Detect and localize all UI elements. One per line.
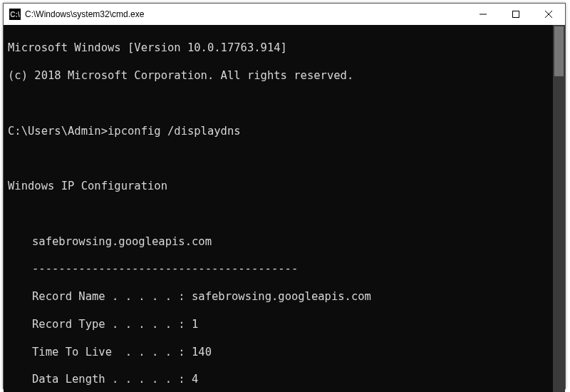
blank-line xyxy=(8,207,553,221)
dns-field: Data Length . . . . . : 4 xyxy=(32,373,553,386)
maximize-button[interactable] xyxy=(499,4,532,25)
client-area: Microsoft Windows [Version 10.0.17763.91… xyxy=(4,25,565,392)
minimize-button[interactable] xyxy=(467,4,499,25)
cmd-window: C:\ C:\Windows\system32\cmd.exe Microsof… xyxy=(3,3,566,389)
separator: ---------------------------------------- xyxy=(32,262,553,276)
prompt-line: C:\Users\Admin>ipconfig /displaydns xyxy=(8,125,553,138)
section-heading: Windows IP Configuration xyxy=(8,180,553,193)
window-title: C:\Windows\system32\cmd.exe xyxy=(25,9,144,19)
banner-line: Microsoft Windows [Version 10.0.17763.91… xyxy=(8,41,553,55)
dns-field: Record Name . . . . . : safebrowsing.goo… xyxy=(32,290,553,304)
titlebar[interactable]: C:\ C:\Windows\system32\cmd.exe xyxy=(4,4,565,25)
dns-field: Record Type . . . . . : 1 xyxy=(32,318,553,331)
blank-line xyxy=(8,97,553,110)
scrollbar-thumb[interactable] xyxy=(554,26,564,76)
svg-rect-1 xyxy=(513,11,519,18)
dns-host: safebrowsing.googleapis.com xyxy=(32,235,553,249)
cmd-icon: C:\ xyxy=(9,9,21,20)
vertical-scrollbar[interactable] xyxy=(553,25,565,392)
dns-field: Time To Live . . . . : 140 xyxy=(32,346,553,359)
blank-line xyxy=(8,152,553,165)
terminal-output[interactable]: Microsoft Windows [Version 10.0.17763.91… xyxy=(4,25,553,392)
banner-line: (c) 2018 Microsoft Corporation. All righ… xyxy=(8,69,553,83)
close-button[interactable] xyxy=(532,4,565,25)
